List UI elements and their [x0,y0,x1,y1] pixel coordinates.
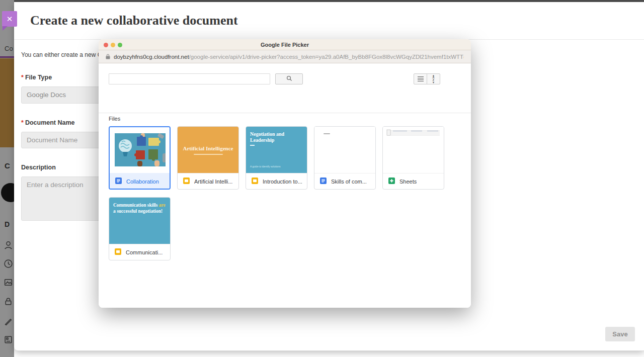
file-name: Skills of com... [331,178,367,185]
file-card-collaboration[interactable]: Collaboration [109,126,171,190]
picker-urlbar: doybzyhfns0cg.cloudfront.net/google-serv… [99,50,471,63]
board-icon [4,335,13,344]
file-thumbnail [110,127,170,173]
file-card-artificial-intelligence[interactable]: Artificial Intelligence Artificial Intel… [177,126,239,190]
spreadsheet-rows-preview [383,127,444,142]
google-slides-icon [115,248,121,257]
lock-icon [4,297,13,306]
google-docs-icon [115,177,122,186]
files-divider [99,113,471,113]
background-banner-image [0,58,14,147]
window-minimize-icon[interactable] [111,43,115,47]
list-view-button[interactable] [414,73,427,84]
file-thumbnail: Negotiation and Leadership A guide to id… [246,127,307,173]
thumb-title: Communication skills are a successful ne… [113,203,166,215]
google-slides-icon [183,177,190,186]
background-heading-fragment-d: D [5,220,10,228]
picker-body: ▲AZ▼ Files [99,63,471,308]
file-thumbnail: Communication skills are a successful ne… [109,198,170,244]
picker-url[interactable]: doybzyhfns0cg.cloudfront.net/google-serv… [114,54,464,60]
window-close-icon[interactable] [104,43,108,47]
url-path: /google-service/api/v1/drive-picker?acce… [189,54,464,60]
file-thumbnail [383,127,444,173]
file-thumbnail: Artificial Intelligence [178,127,238,173]
url-domain: doybzyhfns0cg.cloudfront.net [114,54,189,60]
thumb-title: Negotiation and Leadership [250,131,303,143]
file-name: Sheets [399,178,417,185]
thumb-text-dash [324,133,330,134]
screen: Co C D Create a new collaborative docume… [0,0,644,357]
thumb-subtitle: A guide to identify solutions [250,165,281,168]
pencil-icon [4,317,13,326]
avatar [1,183,14,202]
file-card-footer: Communicati... [109,244,170,260]
file-card-skills[interactable]: Skills of com... [314,126,376,190]
file-thumbnail [314,127,375,173]
file-name: Introduction to... [263,178,302,185]
sort-az-button[interactable]: ▲AZ▼ [427,73,440,84]
sort-az-icon: ▲AZ▼ [432,74,435,83]
background-heading-fragment-c: C [5,161,10,170]
search-input[interactable] [109,73,270,84]
file-card-negotiation-leadership[interactable]: Negotiation and Leadership A guide to id… [246,126,307,190]
file-card-footer: Artificial Intelli... [178,173,238,190]
google-file-picker-window: Google File Picker doybzyhfns0cg.cloudfr… [99,39,471,308]
picker-titlebar: Google File Picker [99,39,471,50]
page-title: Create a new collaborative document [30,13,238,28]
google-docs-icon [320,177,327,186]
background-tab-fragment: Co [5,45,13,52]
picker-window-title: Google File Picker [99,39,471,50]
background-page-strip: Co C D [0,0,14,357]
file-name: Collaboration [126,178,159,185]
file-name: Artificial Intelli... [194,178,232,185]
file-card-sheets[interactable]: Sheets [382,126,444,190]
file-card-footer: Sheets [383,173,444,190]
required-marker: * [21,74,24,81]
close-dialog-button[interactable]: ✕ [2,11,17,27]
background-tab-underline [0,56,14,58]
thumb-title: Artificial Intelligence [183,145,233,151]
file-card-communication[interactable]: Communication skills are a successful ne… [109,197,171,260]
file-name: Communicati... [126,249,163,255]
thumb-subtitle-bar [194,154,223,155]
save-button[interactable]: Save [605,327,635,341]
search-icon [286,75,292,83]
image-icon [4,278,13,287]
clock-icon [4,259,13,269]
window-zoom-icon[interactable] [118,43,122,47]
teamwork-puzzle-illustration [115,133,166,166]
file-card-footer: Skills of com... [314,173,375,190]
padlock-icon [106,52,110,61]
person-icon [4,240,13,250]
files-section-label: Files [109,116,120,122]
search-button[interactable] [275,73,303,84]
close-icon: ✕ [7,15,13,23]
list-view-icon [418,76,424,82]
file-card-footer: Collaboration [110,173,170,190]
view-toggle-group: ▲AZ▼ [414,73,440,84]
google-slides-icon [252,177,258,186]
required-marker: * [21,119,24,126]
file-grid: Collaboration Artificial Intelligence [109,126,451,260]
file-card-footer: Introduction to... [246,173,307,190]
google-sheets-icon [388,177,395,186]
thumb-dash [250,145,255,146]
